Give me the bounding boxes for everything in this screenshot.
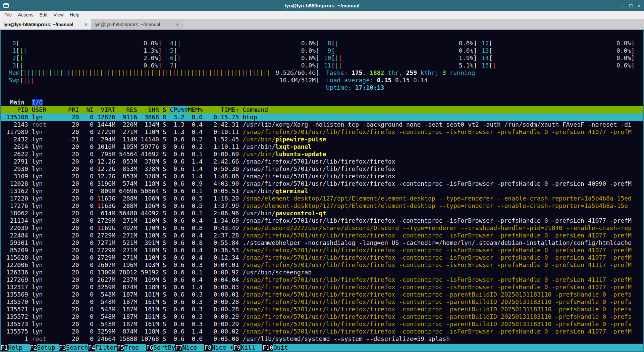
cpu-meter-4: 4[|0.6%] — [166, 40, 319, 47]
memory-meter-bars: ||||||||||||||||||||||||||||||||||||||||… — [23, 69, 270, 77]
process-row[interactable]: 22484 lyn 20 0 2729M 271M 110M S 0.6 0.4… — [1, 232, 643, 239]
menu-bar: File Actions Edit View Help — [0, 11, 644, 19]
tab-close-icon[interactable]: × — [176, 21, 179, 27]
process-row[interactable]: 135569 lyn 20 0 548M 187M 161M S 0.6 0.3… — [1, 291, 643, 298]
cpu-meter-2: 2[|2.0%] — [9, 54, 162, 62]
htop-screen-tabs[interactable]: Main I/O — [1, 99, 643, 106]
swap-meter-bars: ||| — [23, 77, 34, 84]
fkey-f2[interactable]: F2Setup — [30, 344, 59, 351]
process-row[interactable]: 2930 lyn 20 0 12.2G 853M 378M S 0.6 1.4 … — [1, 165, 643, 173]
process-row[interactable]: 2432 lyn -21 0 294M 114M 14140 S 0.6 0.2… — [1, 136, 643, 143]
cpu-meter-8: 8[|0.6%] — [324, 40, 477, 47]
process-row[interactable]: 135573 lyn 20 0 548M 187M 161M S 0.6 0.3… — [1, 320, 643, 328]
bracket: [ — [20, 77, 23, 84]
process-row[interactable]: 135572 lyn 20 0 548M 187M 161M S 0.6 0.3… — [1, 313, 643, 320]
cpu-meter-0: 0[0.0%] — [9, 40, 162, 47]
swap-meter-value: 10.4M/512M — [278, 77, 316, 84]
fkey-f6[interactable]: F6SortBy — [146, 344, 175, 351]
process-row[interactable]: 22039 lyn 20 0 1169G 492M 170M S 0.6 0.8… — [1, 224, 643, 232]
tab-bar: lyn@lyn-b850mprors: ~/manual × lyn@lyn-b… — [0, 19, 644, 30]
fkey-f8[interactable]: F8Nice + — [204, 344, 233, 351]
process-row[interactable]: 21134 lyn 20 0 2729M 271M 110M S 0.6 0.4… — [1, 217, 643, 224]
htop-meters: 0[0.0%]4[|0.6%]8[|0.6%]12[0.0%]1[||1.3%]… — [1, 30, 643, 91]
menu-view[interactable]: View — [51, 11, 67, 18]
process-row[interactable]: 115628 lyn 20 0 2729M 271M 110M S 0.6 0.… — [1, 254, 643, 261]
fkey-f10[interactable]: F10Quit — [262, 344, 295, 351]
cpu-meter-1: 1[||1.3%] — [9, 47, 162, 54]
cpu-meter-3: 3[|0.6%] — [9, 62, 162, 69]
cpu-meter-11: 11[||5.1%] — [324, 62, 477, 69]
terminal-tab-2[interactable]: lyn@lyn-b850mprors: ~/manual × — [91, 19, 182, 30]
title-bar: lyn@lyn-b850mprors: ~/manual – □ × — [0, 0, 644, 11]
tasks-summary: Tasks: 175, 1882 thr, 259 kthr; 3 runnin… — [324, 69, 635, 77]
process-row[interactable]: 17276 lyn 20 0 1163G 288M 106M S 0.6 0.5… — [1, 202, 643, 210]
process-row[interactable]: 12028 lyn 20 0 3196M 574M 118M S 0.6 0.9… — [1, 180, 643, 187]
process-row[interactable]: 17220 lyn 20 0 1163G 288M 106M S 0.6 0.5… — [1, 195, 643, 202]
process-row[interactable]: 135570 lyn 20 0 548M 187M 161M S 0.6 0.3… — [1, 298, 643, 306]
window-title: lyn@lyn-b850mprors: ~/manual — [0, 3, 644, 8]
process-row[interactable]: 126336 lyn 20 0 1300M 78012 59192 S 0.6 … — [1, 269, 643, 276]
fkey-f3[interactable]: F3Search — [59, 344, 88, 351]
cpu-meter-13: 13[0.0%] — [482, 47, 635, 54]
blank-line — [1, 91, 643, 99]
terminal-viewport[interactable]: 0[0.0%]4[|0.6%]8[|0.6%]12[0.0%]1[||1.3%]… — [0, 30, 644, 352]
window-icon — [3, 3, 9, 8]
cpu-meter-9: 9[0.0%] — [324, 47, 477, 54]
process-row-selected[interactable]: 135108 lyn 20 0 12876 9116 3868 R 3.2 0.… — [1, 114, 643, 121]
cpu-meter-6: 6[|0.6%] — [166, 54, 319, 62]
cpu-meter-5: 5[0.0%] — [166, 47, 319, 54]
bracket: ] — [316, 69, 319, 77]
fkey-f7[interactable]: F7Nice - — [175, 344, 204, 351]
maximize-button[interactable]: □ — [629, 3, 632, 8]
close-button[interactable]: × — [638, 3, 641, 8]
function-bar-filler — [295, 344, 643, 351]
terminal-window: lyn@lyn-b850mprors: ~/manual – □ × File … — [0, 0, 644, 352]
load-average: Load average: 0.15 0.15 0.14 — [324, 77, 635, 84]
fkey-f9[interactable]: F9Kill — [233, 344, 263, 351]
process-row[interactable]: 13162 lyn 20 0 809M 64696 50864 S 0.6 0.… — [1, 187, 643, 195]
process-row[interactable]: 117989 lyn 20 0 2729M 271M 110M S 1.3 0.… — [1, 128, 643, 136]
process-row[interactable]: 2791 lyn 20 0 12.2G 853M 378M S 0.6 1.4 … — [1, 158, 643, 165]
process-row[interactable]: 135571 lyn 20 0 548M 187M 161M S 0.6 0.3… — [1, 306, 643, 313]
bracket: [ — [20, 69, 23, 77]
memory-meter-value: 9.52G/60.4G — [274, 69, 316, 77]
cpu-meter-14: 14[0.0%] — [482, 54, 635, 62]
swap-meter: Swp[|||10.4M/512M] — [9, 77, 319, 84]
process-row[interactable]: 2614 lyn 20 0 1016M 105M 59776 S 0.6 0.2… — [1, 143, 643, 150]
process-row[interactable]: 2622 lyn 20 0 795M 54564 41692 S 0.6 0.1… — [1, 150, 643, 158]
memory-meter-label: Mem — [9, 69, 20, 77]
process-row[interactable]: 18062 lyn 20 0 614M 56480 44092 S 0.6 0.… — [1, 210, 643, 217]
process-row[interactable]: 3109 lyn 20 0 12.2G 853M 378M S 0.6 1.4 … — [1, 173, 643, 180]
spacer — [9, 84, 319, 91]
fkey-f4[interactable]: F4Filter — [88, 344, 117, 351]
process-row[interactable]: 127269 lyn 20 0 2627M 237M 109M S 0.6 0.… — [1, 276, 643, 283]
cpu-meter-12: 12[0.0%] — [482, 40, 635, 47]
tab-close-icon[interactable]: × — [85, 21, 88, 27]
menu-edit[interactable]: Edit — [36, 11, 50, 18]
process-row[interactable]: 122006 lyn 20 0 2607M 196M 103M S 0.6 0.… — [1, 261, 643, 269]
tab-label: lyn@lyn-b850mprors: ~/manual — [95, 22, 173, 27]
cpu-meter-15: 15[|0.6%] — [482, 62, 635, 69]
menu-file[interactable]: File — [1, 11, 15, 18]
terminal-tab-1[interactable]: lyn@lyn-b850mprors: ~/manual × — [0, 19, 91, 30]
menu-actions[interactable]: Actions — [15, 11, 37, 18]
fkey-f1[interactable]: F1Help — [1, 344, 30, 351]
fkey-f5[interactable]: F5Tree — [117, 344, 146, 351]
cpu-meter-7: 7[0.0%] — [166, 62, 319, 69]
menu-help[interactable]: Help — [67, 11, 83, 18]
cpu-meter-10: 10[||1.9%] — [324, 54, 477, 62]
process-row[interactable]: 1 root 20 0 24664 15888 10768 S 0.6 0.0 … — [1, 335, 643, 343]
process-row[interactable]: 132317 lyn 20 0 3259M 874M 118M S 0.6 1.… — [1, 283, 643, 291]
process-table-header[interactable]: PID USER PRI NI VIRT RES SHR S CPU%▽MEM%… — [1, 106, 643, 114]
uptime: Uptime: 17:10:13 — [324, 84, 635, 91]
tab-label: lyn@lyn-b850mprors: ~/manual — [3, 22, 82, 27]
process-table: 135108 lyn 20 0 12876 9116 3868 R 3.2 0.… — [1, 114, 643, 344]
process-row[interactable]: 2143 root 20 0 1444M 220M 134M S 1.3 0.4… — [1, 121, 643, 128]
memory-meter: Mem[||||||||||||||||||||||||||||||||||||… — [9, 69, 319, 77]
process-row[interactable]: 59301 lyn 20 0 7271M 521M 391M S 0.6 0.8… — [1, 239, 643, 247]
swap-meter-label: Swp — [9, 77, 20, 84]
minimize-button[interactable]: – — [621, 3, 624, 8]
process-row[interactable]: 85209 lyn 20 0 2729M 271M 110M S 0.6 0.4… — [1, 247, 643, 254]
process-row[interactable]: 135575 lyn 20 0 3259M 874M 118M S 0.6 1.… — [1, 328, 643, 335]
function-key-bar: F1Help F2Setup F3SearchF4FilterF5Tree F6… — [1, 344, 643, 351]
